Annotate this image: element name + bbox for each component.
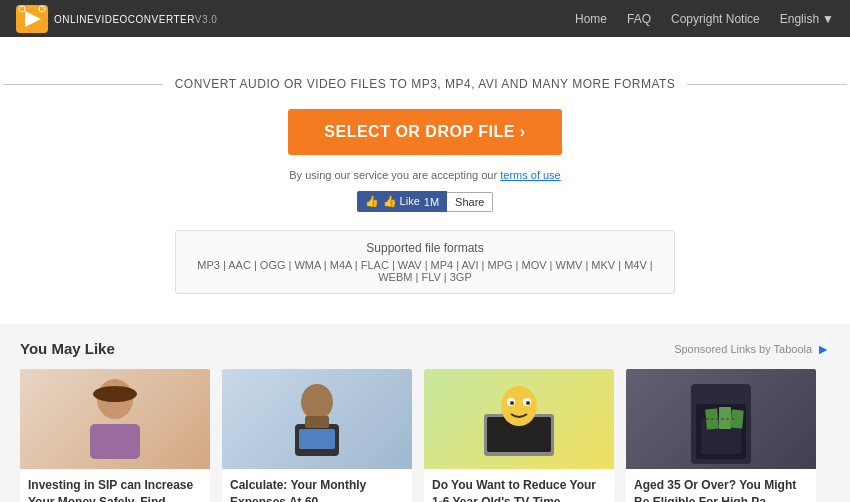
card-2-image bbox=[222, 369, 412, 469]
card-3-image bbox=[424, 369, 614, 469]
taboola-icon: ► bbox=[816, 341, 830, 357]
svg-point-3 bbox=[39, 6, 45, 12]
main-content: CONVERT AUDIO OR VIDEO FILES TO MP3, MP4… bbox=[0, 37, 850, 324]
terms-link[interactable]: terms of use bbox=[500, 169, 561, 181]
svg-point-13 bbox=[501, 386, 537, 426]
sponsored-label: Sponsored Links by Taboola ► bbox=[674, 341, 830, 357]
cartoon-graphic bbox=[479, 374, 559, 464]
card-1-body: Investing in SIP can Increase Your Money… bbox=[20, 469, 210, 502]
nav: Home FAQ Copyright Notice English ▼ bbox=[575, 12, 834, 26]
card-4-title: Aged 35 Or Over? You Might Be Eligible F… bbox=[634, 477, 808, 502]
svg-point-7 bbox=[301, 384, 333, 420]
formats-list: MP3 | AAC | OGG | WMA | M4A | FLAC | WAV… bbox=[196, 259, 654, 283]
person-2-graphic bbox=[277, 374, 357, 464]
subtitle-text: CONVERT AUDIO OR VIDEO FILES TO MP3, MP4… bbox=[175, 77, 676, 91]
divider-right bbox=[687, 84, 847, 85]
card-3-title: Do You Want to Reduce Your 1-6 Year Old'… bbox=[432, 477, 606, 502]
card-1-image bbox=[20, 369, 210, 469]
svg-rect-10 bbox=[305, 416, 329, 428]
card-4-body: Aged 35 Or Over? You Might Be Eligible F… bbox=[626, 469, 816, 502]
svg-point-2 bbox=[19, 6, 25, 12]
logo-text: OnlineVideoConverterv3.0 bbox=[54, 11, 217, 26]
subtitle-line: CONVERT AUDIO OR VIDEO FILES TO MP3, MP4… bbox=[3, 77, 848, 91]
logo-icon bbox=[16, 5, 48, 33]
select-file-button[interactable]: SELECT OR DROP FILE › bbox=[288, 109, 561, 155]
svg-point-17 bbox=[526, 401, 530, 405]
chevron-down-icon: ▼ bbox=[822, 12, 834, 26]
svg-rect-22 bbox=[719, 407, 731, 429]
thumbs-up-icon: 👍 bbox=[365, 195, 379, 208]
person-1-graphic bbox=[75, 374, 155, 464]
header: OnlineVideoConverterv3.0 Home FAQ Copyri… bbox=[0, 0, 850, 37]
card-1-title: Investing in SIP can Increase Your Money… bbox=[28, 477, 202, 502]
formats-title: Supported file formats bbox=[196, 241, 654, 255]
logo-version: v3.0 bbox=[195, 14, 218, 25]
facebook-like-button[interactable]: 👍 👍 Like 1M bbox=[357, 191, 448, 212]
svg-point-16 bbox=[510, 401, 514, 405]
svg-rect-5 bbox=[90, 424, 140, 459]
svg-rect-9 bbox=[299, 429, 335, 449]
card-3-body: Do You Want to Reduce Your 1-6 Year Old'… bbox=[424, 469, 614, 502]
recommendations-section: You May Like Sponsored Links by Taboola … bbox=[0, 324, 850, 502]
nav-home[interactable]: Home bbox=[575, 12, 607, 26]
rec-header: You May Like Sponsored Links by Taboola … bbox=[20, 340, 830, 357]
facebook-share-button[interactable]: Share bbox=[447, 192, 493, 212]
card-4-image bbox=[626, 369, 816, 469]
card-2-body: Calculate: Your Monthly Expenses At 60 B… bbox=[222, 469, 412, 502]
nav-language[interactable]: English ▼ bbox=[780, 12, 834, 26]
facebook-like-container: 👍 👍 Like 1M Share bbox=[357, 191, 494, 212]
card-4[interactable]: Aged 35 Or Over? You Might Be Eligible F… bbox=[626, 369, 816, 502]
nav-copyright[interactable]: Copyright Notice bbox=[671, 12, 760, 26]
formats-section: Supported file formats MP3 | AAC | OGG |… bbox=[175, 230, 675, 294]
svg-point-6 bbox=[93, 386, 137, 402]
rec-title: You May Like bbox=[20, 340, 115, 357]
card-3[interactable]: Do You Want to Reduce Your 1-6 Year Old'… bbox=[424, 369, 614, 502]
nav-faq[interactable]: FAQ bbox=[627, 12, 651, 26]
cards-container: Investing in SIP can Increase Your Money… bbox=[20, 369, 830, 502]
logo: OnlineVideoConverterv3.0 bbox=[16, 5, 217, 33]
card-2-title: Calculate: Your Monthly Expenses At 60 bbox=[230, 477, 404, 502]
card-2[interactable]: Calculate: Your Monthly Expenses At 60 B… bbox=[222, 369, 412, 502]
terms-notice: By using our service you are accepting o… bbox=[289, 169, 560, 181]
card-1[interactable]: Investing in SIP can Increase Your Money… bbox=[20, 369, 210, 502]
divider-left bbox=[3, 84, 163, 85]
money-graphic bbox=[681, 374, 761, 464]
